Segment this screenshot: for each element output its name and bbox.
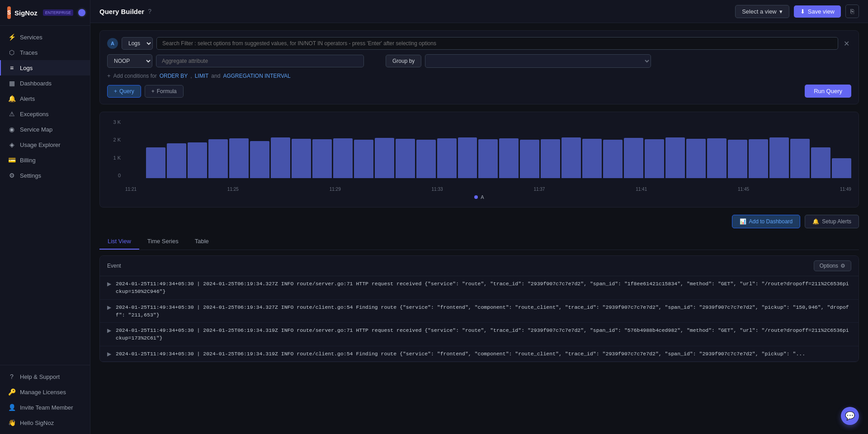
chart-bar xyxy=(167,143,186,178)
dashboard-icon: 📊 xyxy=(740,218,746,225)
logs-table: Event Options ⚙ ▶ 2024-01-25T11:49:34+05… xyxy=(99,255,859,362)
setup-alerts-label: Setup Alerts xyxy=(822,218,851,225)
help-tooltip-icon[interactable]: ? xyxy=(148,8,151,15)
x-label-1141: 11:41 xyxy=(636,187,647,192)
chart-bar xyxy=(312,139,332,178)
save-view-button[interactable]: ⬇ Save view xyxy=(794,5,841,18)
tab-time-series[interactable]: Time Series xyxy=(139,234,187,250)
aggregation-interval-link[interactable]: AGGREGATION INTERVAL xyxy=(223,73,290,79)
noop-select[interactable]: NOOP xyxy=(107,54,152,68)
aggregate-attribute-input[interactable] xyxy=(156,55,364,67)
sidebar-item-invite-team[interactable]: 👤 Invite Team Member xyxy=(0,400,90,415)
search-filter-input[interactable] xyxy=(156,37,838,50)
sidebar-item-service-map-label: Service Map xyxy=(20,126,52,133)
content-area: A Logs ✕ NOOP Group by + xyxy=(90,23,868,434)
chart-bar xyxy=(541,139,560,178)
invite-icon: 👤 xyxy=(8,404,15,411)
share-icon: ⎘ xyxy=(850,8,854,15)
x-label-1121: 11:21 xyxy=(125,187,137,192)
group-by-button[interactable]: Group by xyxy=(386,55,421,67)
chart-bar xyxy=(520,140,539,178)
gear-icon: ⚙ xyxy=(840,263,845,269)
options-label: Options xyxy=(820,263,838,269)
chart-bar xyxy=(749,139,768,178)
page-header: Query Builder ? Select a view ▾ ⬇ Save v… xyxy=(90,0,868,23)
theme-toggle[interactable] xyxy=(77,8,87,18)
log-entry-3[interactable]: ▶ 2024-01-25T11:49:34+05:30 | 2024-01-25… xyxy=(100,323,859,346)
order-by-link[interactable]: ORDER BY xyxy=(160,73,188,79)
log-entry-2[interactable]: ▶ 2024-01-25T11:49:34+05:30 | 2024-01-25… xyxy=(100,300,859,323)
sidebar-item-settings[interactable]: ⚙ Settings xyxy=(0,168,90,183)
chart-bar xyxy=(292,139,311,178)
log-entry-4[interactable]: ▶ 2024-01-25T11:49:34+05:30 | 2024-01-25… xyxy=(100,346,859,362)
add-to-dashboard-button[interactable]: 📊 Add to Dashboard xyxy=(732,215,801,228)
chart-bar xyxy=(707,138,726,178)
billing-icon: 💳 xyxy=(8,156,15,164)
add-formula-button[interactable]: + Formula xyxy=(145,85,184,98)
chart-bar xyxy=(354,140,373,178)
sidebar-item-hello-signoz[interactable]: 👋 Hello SigNoz xyxy=(0,415,90,430)
query-btn-label: Query xyxy=(119,88,134,94)
header-right: Select a view ▾ ⬇ Save view ⎘ xyxy=(735,5,859,18)
log-text-2: 2024-01-25T11:49:34+05:30 | 2024-01-25T0… xyxy=(116,303,851,319)
sidebar-item-manage-licenses[interactable]: 🔑 Manage Licenses xyxy=(0,384,90,400)
event-column-label: Event xyxy=(107,263,121,269)
sidebar-item-logs[interactable]: ≡ Logs xyxy=(0,60,90,75)
options-button[interactable]: Options ⚙ xyxy=(814,260,851,271)
sidebar-item-alerts[interactable]: 🔔 Alerts xyxy=(0,91,90,106)
chart-bar xyxy=(478,139,498,178)
y-label-1k: 1 K xyxy=(107,155,121,160)
chart-bar xyxy=(208,139,228,178)
sidebar-item-services[interactable]: ⚡ Services xyxy=(0,29,90,45)
tab-table[interactable]: Table xyxy=(187,234,217,250)
save-icon: ⬇ xyxy=(800,8,805,15)
x-label-1137: 11:37 xyxy=(533,187,545,192)
chart-bar xyxy=(665,137,685,178)
query-actions-row: + Query + Formula Run Query xyxy=(107,85,851,98)
setup-alerts-button[interactable]: 🔔 Setup Alerts xyxy=(805,215,859,228)
sidebar-item-dashboards[interactable]: ▦ Dashboards xyxy=(0,75,90,91)
sidebar-item-service-map[interactable]: ◉ Service Map xyxy=(0,122,90,137)
share-button[interactable]: ⎘ xyxy=(845,5,859,18)
clear-filter-button[interactable]: ✕ xyxy=(842,39,851,48)
licenses-icon: 🔑 xyxy=(8,388,15,396)
limit-link[interactable]: LIMIT xyxy=(195,73,209,79)
group-by-select[interactable] xyxy=(425,54,651,68)
sidebar-item-alerts-label: Alerts xyxy=(20,95,35,102)
chart-bar xyxy=(561,137,581,178)
query-builder-section: A Logs ✕ NOOP Group by + xyxy=(99,30,859,104)
run-query-button[interactable]: Run Query xyxy=(805,85,851,98)
header-left: Query Builder ? xyxy=(99,8,151,15)
chart-area: 3 K 2 K 1 K 0 11:21 11:25 11:29 11:33 11… xyxy=(107,119,851,192)
expand-icon-4: ▶ xyxy=(107,351,111,357)
add-conditions-row: + Add conditions for ORDER BY , LIMIT an… xyxy=(107,72,851,79)
sidebar-item-settings-label: Settings xyxy=(20,172,41,179)
chevron-down-icon: ▾ xyxy=(779,8,783,15)
sidebar-item-help-support[interactable]: ? Help & Support xyxy=(0,369,90,384)
sidebar-item-exceptions[interactable]: ⚠ Exceptions xyxy=(0,106,90,122)
plus-query-icon: + xyxy=(114,88,117,94)
result-toolbar: 📊 Add to Dashboard 🔔 Setup Alerts xyxy=(99,215,859,228)
x-label-1145: 11:45 xyxy=(738,187,749,192)
traces-icon: ⬡ xyxy=(8,49,15,56)
hello-icon: 👋 xyxy=(8,419,15,426)
select-view-button[interactable]: Select a view ▾ xyxy=(735,5,789,18)
add-conditions-text: Add conditions for xyxy=(113,73,157,79)
sidebar-item-traces[interactable]: ⬡ Traces xyxy=(0,45,90,60)
chat-support-button[interactable]: 💬 xyxy=(841,407,859,425)
sidebar-item-hello-label: Hello SigNoz xyxy=(20,420,54,426)
sidebar-item-usage-explorer[interactable]: ◈ Usage Explorer xyxy=(0,137,90,152)
sidebar-item-billing[interactable]: 💳 Billing xyxy=(0,152,90,168)
legend-dot-a xyxy=(474,195,478,199)
data-source-select[interactable]: Logs xyxy=(122,37,153,50)
log-text-1: 2024-01-25T11:49:34+05:30 | 2024-01-25T0… xyxy=(116,280,851,296)
x-label-1125: 11:25 xyxy=(227,187,239,192)
expand-icon-3: ▶ xyxy=(107,327,111,334)
add-dashboard-label: Add to Dashboard xyxy=(749,218,793,225)
services-icon: ⚡ xyxy=(8,33,15,41)
tab-list-view[interactable]: List View xyxy=(99,234,139,250)
log-entry-1[interactable]: ▶ 2024-01-25T11:49:34+05:30 | 2024-01-25… xyxy=(100,276,859,300)
query-label-badge: A xyxy=(107,38,118,49)
plus-icon: + xyxy=(107,72,111,79)
add-query-button[interactable]: + Query xyxy=(107,85,141,98)
